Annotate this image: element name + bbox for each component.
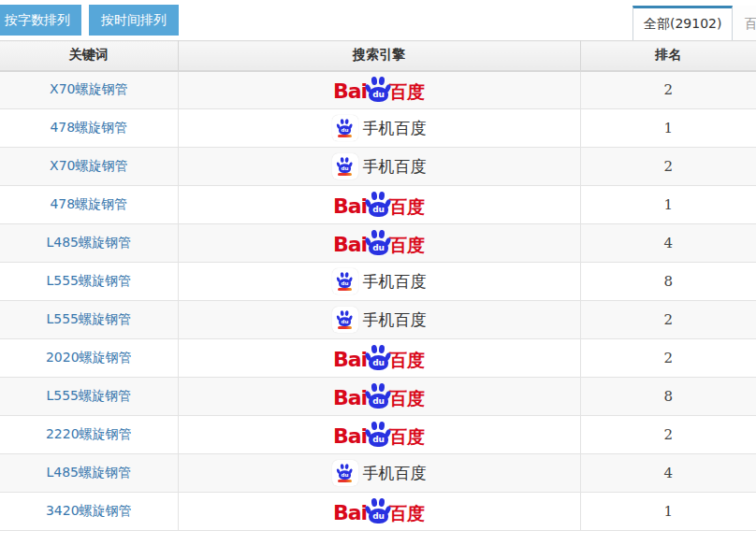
keyword-link[interactable]: L485螺旋钢管 [46, 235, 131, 250]
rank-value: 8 [663, 388, 673, 405]
baidu-pc-logo: Bai du 百度 [333, 192, 425, 218]
baidu-paw-icon: du [366, 345, 391, 371]
keyword-link[interactable]: 2020螺旋钢管 [46, 350, 132, 365]
engine-tabs: 全部(29102) 百度 [632, 6, 756, 40]
rank-cell: 2 [580, 339, 756, 378]
engine-cell: Bai du 百度 [178, 378, 580, 416]
baidu-mobile-logo: du 手机百度 [332, 307, 427, 333]
keyword-link[interactable]: L485螺旋钢管 [46, 465, 131, 480]
baidu-mobile-app-icon: du [332, 460, 358, 486]
baidu-mobile-logo: du 手机百度 [332, 115, 427, 141]
baidu-paw-icon: du [337, 157, 353, 173]
baidu-pc-logo: Bai du 百度 [333, 498, 425, 524]
rank-value: 8 [663, 273, 673, 290]
table-row: 478螺旋钢管 Bai du 百度 1 [0, 186, 756, 224]
baidu-wordmark-hanzi: 百度 [389, 198, 425, 216]
table-row: 2020螺旋钢管 Bai du 百度 2 [0, 339, 756, 378]
baidu-pc-logo: Bai du 百度 [333, 383, 425, 409]
engine-cell: du 手机百度 [178, 109, 580, 148]
baidu-wordmark-bai: Bai [333, 235, 367, 255]
engine-cell: Bai du 百度 [178, 71, 580, 109]
engine-cell: du 手机百度 [178, 263, 580, 301]
baidu-paw-icon: du [366, 192, 391, 218]
keyword-cell: L485螺旋钢管 [0, 454, 178, 493]
keyword-cell: X70螺旋钢管 [0, 148, 178, 186]
baidu-mobile-logo: du 手机百度 [332, 460, 427, 486]
baidu-pc-logo: Bai du 百度 [333, 77, 425, 103]
baidu-wordmark-hanzi: 百度 [389, 83, 425, 101]
rank-value: 2 [663, 158, 673, 175]
rank-value: 1 [663, 503, 673, 520]
tab-baidu[interactable]: 百度 [733, 6, 756, 40]
keyword-cell: L555螺旋钢管 [0, 301, 178, 339]
sort-by-time-button[interactable]: 按时间排列 [89, 5, 179, 36]
table-row: X70螺旋钢管 Bai du 百度 2 [0, 71, 756, 109]
ranking-table: 关键词 搜索引擎 排名 X70螺旋钢管 Bai du 百度 2 478螺旋钢管 [0, 40, 756, 531]
table-row: L485螺旋钢管 Bai du 百度 4 [0, 224, 756, 263]
keyword-link[interactable]: 3420螺旋钢管 [46, 503, 132, 518]
engine-cell: du 手机百度 [178, 454, 580, 493]
baidu-mobile-logo: du 手机百度 [332, 153, 427, 179]
keyword-link[interactable]: X70螺旋钢管 [50, 158, 127, 173]
column-header-engine: 搜索引擎 [178, 41, 580, 71]
baidu-mobile-app-icon: du [332, 115, 358, 141]
table-row: X70螺旋钢管 du 手机百度 2 [0, 148, 756, 186]
baidu-paw-icon: du [366, 383, 391, 409]
table-header-row: 关键词 搜索引擎 排名 [0, 41, 756, 71]
keyword-link[interactable]: 2220螺旋钢管 [46, 426, 132, 441]
baidu-pc-logo: Bai du 百度 [333, 422, 425, 448]
baidu-wordmark-bai: Bai [333, 350, 367, 370]
engine-cell: Bai du 百度 [178, 339, 580, 378]
rank-cell: 2 [580, 148, 756, 186]
rank-value: 1 [663, 196, 673, 213]
engine-label: 手机百度 [363, 118, 427, 139]
rank-value: 4 [663, 235, 673, 251]
sort-by-words-button[interactable]: 按字数排列 [0, 5, 81, 36]
engine-label: 手机百度 [363, 156, 427, 178]
keyword-link[interactable]: 478螺旋钢管 [50, 196, 127, 211]
keyword-cell: 478螺旋钢管 [0, 186, 178, 224]
rank-cell: 1 [580, 109, 756, 148]
keyword-link[interactable]: 478螺旋钢管 [50, 120, 127, 135]
rank-value: 1 [663, 120, 673, 136]
rank-cell: 2 [580, 71, 756, 109]
baidu-mobile-app-icon: du [332, 153, 358, 179]
rank-cell: 8 [580, 263, 756, 301]
engine-cell: Bai du 百度 [178, 186, 580, 224]
engine-cell: du 手机百度 [178, 301, 580, 339]
table-row: L555螺旋钢管 du 手机百度 2 [0, 301, 756, 339]
baidu-wordmark-bai: Bai [333, 81, 367, 102]
keyword-cell: X70螺旋钢管 [0, 71, 178, 109]
baidu-paw-icon: du [366, 77, 391, 103]
baidu-wordmark-hanzi: 百度 [389, 390, 425, 408]
rank-value: 2 [663, 350, 673, 366]
baidu-wordmark-hanzi: 百度 [389, 505, 425, 523]
keyword-link[interactable]: L555螺旋钢管 [46, 273, 131, 288]
table-row: 2220螺旋钢管 Bai du 百度 2 [0, 416, 756, 454]
keyword-link[interactable]: X70螺旋钢管 [50, 81, 127, 96]
baidu-paw-icon: du [337, 272, 353, 288]
baidu-pc-logo: Bai du 百度 [333, 230, 425, 256]
engine-cell: du 手机百度 [178, 148, 580, 186]
baidu-wordmark-bai: Bai [333, 196, 367, 217]
engine-label: 手机百度 [363, 309, 427, 331]
table-body: X70螺旋钢管 Bai du 百度 2 478螺旋钢管 [0, 71, 756, 531]
baidu-paw-icon: du [337, 464, 353, 480]
baidu-wordmark-hanzi: 百度 [389, 428, 425, 446]
table-row: 3420螺旋钢管 Bai du 百度 1 [0, 493, 756, 531]
engine-label: 手机百度 [363, 463, 427, 484]
rank-value: 2 [663, 426, 673, 443]
keyword-link[interactable]: L555螺旋钢管 [46, 388, 131, 403]
baidu-paw-icon: du [366, 422, 391, 448]
table-row: 478螺旋钢管 du 手机百度 1 [0, 109, 756, 148]
baidu-paw-icon: du [337, 119, 353, 135]
baidu-wordmark-bai: Bai [333, 503, 367, 523]
tab-all[interactable]: 全部(29102) [632, 6, 733, 40]
rank-cell: 1 [580, 493, 756, 531]
keyword-link[interactable]: L555螺旋钢管 [46, 311, 131, 326]
rank-value: 2 [663, 81, 673, 98]
keyword-cell: L555螺旋钢管 [0, 378, 178, 416]
keyword-cell: L555螺旋钢管 [0, 263, 178, 301]
engine-cell: Bai du 百度 [178, 416, 580, 454]
rank-cell: 8 [580, 378, 756, 416]
